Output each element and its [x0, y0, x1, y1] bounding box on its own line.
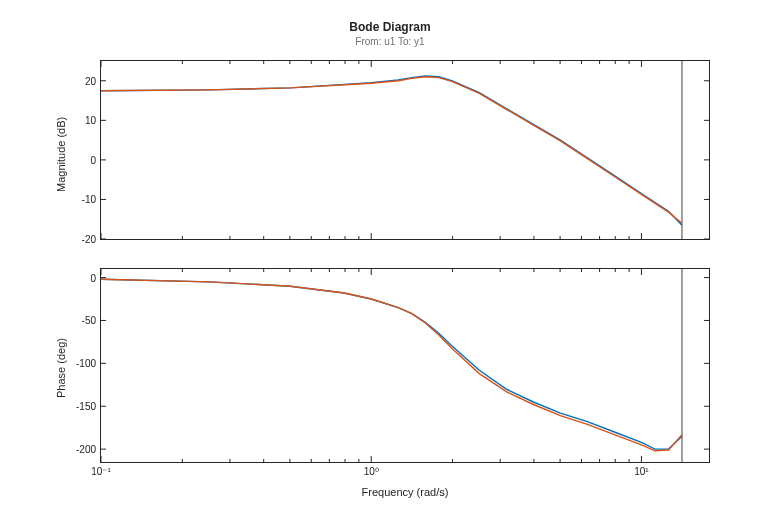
ytick-label: -20: [82, 234, 96, 245]
phase-axes: -200-150-100-50010⁻¹10⁰10¹: [100, 268, 710, 463]
magnitude-plot: [101, 61, 709, 239]
ytick-label: 10: [85, 115, 96, 126]
chart-subtitle: From: u1 To: y1: [0, 36, 780, 47]
bode-figure: Bode Diagram From: u1 To: y1 -20-1001020…: [0, 0, 780, 520]
magnitude-ylabel: Magnitude (dB): [55, 117, 67, 192]
magnitude-axes: -20-1001020: [100, 60, 710, 240]
ytick-label: -100: [76, 358, 96, 369]
phase-plot: [101, 269, 709, 462]
xtick-label: 10⁰: [364, 466, 379, 477]
xtick-label: 10⁻¹: [91, 466, 110, 477]
series-blue: [101, 76, 682, 225]
frequency-xlabel: Frequency (rad/s): [100, 486, 710, 498]
xtick-label: 10¹: [634, 466, 648, 477]
series-orange: [101, 77, 682, 223]
ytick-label: -10: [82, 194, 96, 205]
ytick-label: -150: [76, 401, 96, 412]
chart-title: Bode Diagram: [0, 20, 780, 34]
ytick-label: 0: [90, 272, 96, 283]
ytick-label: 20: [85, 75, 96, 86]
ytick-label: 0: [90, 154, 96, 165]
ytick-label: -200: [76, 444, 96, 455]
ytick-label: -50: [82, 315, 96, 326]
phase-ylabel: Phase (deg): [55, 338, 67, 398]
title-block: Bode Diagram From: u1 To: y1: [0, 20, 780, 47]
